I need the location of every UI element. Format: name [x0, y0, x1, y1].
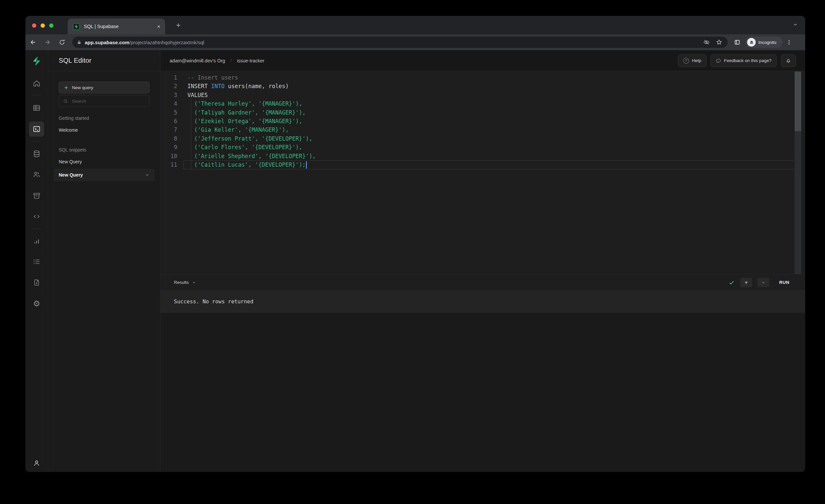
- editor-scrollbar[interactable]: [795, 71, 801, 274]
- main-header: adam@windmill.dev's Org / issue-tracker …: [160, 50, 805, 71]
- results-toolbar: Results ♥ RUN: [160, 274, 805, 291]
- close-window-button[interactable]: [32, 23, 36, 28]
- results-dropdown[interactable]: Results: [174, 280, 196, 285]
- code-line[interactable]: 1-- Insert users: [160, 73, 805, 82]
- page-title: SQL Editor: [59, 57, 91, 64]
- code-line[interactable]: 2INSERT INTO users(name, roles): [160, 82, 805, 90]
- code-line[interactable]: 5 ('Taliyah Gardner', '{MANAGER}'),: [160, 108, 805, 117]
- eye-blocked-icon[interactable]: [703, 39, 710, 46]
- storage-icon[interactable]: [30, 189, 43, 202]
- tab-search-chevron-icon[interactable]: [793, 22, 798, 27]
- supabase-logo-icon[interactable]: [30, 55, 43, 68]
- settings-gear-icon[interactable]: ⚙: [30, 297, 43, 310]
- api-docs-icon[interactable]: [30, 276, 43, 289]
- tab-close-icon[interactable]: ×: [157, 24, 160, 29]
- code-line[interactable]: 3VALUES: [160, 91, 805, 99]
- chevron-down-icon: [192, 281, 196, 285]
- feedback-button[interactable]: Feedback on this page?: [710, 55, 777, 67]
- text-cursor: [306, 161, 307, 169]
- run-button[interactable]: RUN: [779, 280, 790, 285]
- breadcrumb-org[interactable]: adam@windmill.dev's Org: [170, 58, 225, 63]
- incognito-spy-icon: [747, 38, 756, 47]
- sidebar-item-new-query[interactable]: New Query: [59, 159, 149, 164]
- reload-button[interactable]: [57, 37, 68, 48]
- main-panel: adam@windmill.dev's Org / issue-tracker …: [160, 50, 805, 472]
- sql-editor-icon[interactable]: [29, 122, 44, 137]
- plus-icon: [64, 85, 69, 90]
- question-icon: ?: [683, 58, 689, 64]
- success-message: Success. No rows returned: [174, 298, 253, 305]
- supabase-app: ⚙ SQL Editor New query Getting started: [25, 50, 805, 472]
- help-button-label: Help: [692, 58, 701, 63]
- sql-editor-sidebar: SQL Editor New query Getting started Wel…: [48, 50, 160, 472]
- results-message: Success. No rows returned: [160, 291, 805, 312]
- url-text: app.supabase.com/project/azahtnhqohyjerz…: [85, 40, 697, 45]
- browser-window: SQL | Supabase × app.supabase.com/projec…: [25, 16, 805, 472]
- speech-bubble-icon: [716, 58, 721, 63]
- new-query-button[interactable]: New query: [59, 81, 149, 93]
- indent-guide: [191, 99, 192, 169]
- incognito-label: Incognito: [758, 40, 776, 45]
- side-panel-icon[interactable]: [732, 37, 743, 48]
- bookmark-star-icon[interactable]: [716, 39, 722, 46]
- help-button[interactable]: ? Help: [678, 55, 706, 67]
- code-line[interactable]: 11 ('Caitlin Lucas', '{DEVELOPER}');: [160, 160, 805, 169]
- browser-tab[interactable]: SQL | Supabase ×: [68, 18, 165, 34]
- supabase-favicon-icon: [73, 23, 80, 30]
- new-query-button-label: New query: [72, 85, 93, 90]
- scrollbar-thumb[interactable]: [795, 72, 801, 131]
- menu-dots-icon[interactable]: [784, 37, 794, 48]
- search-icon: [63, 99, 68, 103]
- tab-title: SQL | Supabase: [84, 24, 153, 29]
- selected-query-label: New Query: [59, 172, 83, 177]
- section-getting-started: Getting started: [59, 116, 149, 121]
- heart-icon: ♥: [745, 280, 748, 285]
- edge-functions-icon[interactable]: [30, 210, 43, 223]
- chevron-down-icon[interactable]: [145, 172, 149, 177]
- run-options-chevron-button[interactable]: [757, 278, 769, 287]
- forward-button[interactable]: [42, 37, 53, 48]
- favorite-heart-button[interactable]: ♥: [740, 278, 752, 287]
- nav-rail: ⚙: [25, 50, 48, 472]
- database-icon[interactable]: [30, 147, 43, 160]
- code-line[interactable]: 6 ('Ezekiel Ortega', '{MANAGER}'),: [160, 117, 805, 126]
- breadcrumb-project[interactable]: issue-tracker: [237, 58, 264, 63]
- sql-code-editor[interactable]: 1-- Insert users 2INSERT INTO users(name…: [160, 71, 805, 274]
- bell-icon: [785, 58, 791, 64]
- auth-users-icon[interactable]: [30, 168, 43, 181]
- code-line[interactable]: 9 ('Carlo Flores', '{DEVELOPER}'),: [160, 143, 805, 151]
- search-input-wrapper: [59, 95, 149, 107]
- code-line[interactable]: 10 ('Arielle Shepherd', '{DEVELOPER}'),: [160, 152, 805, 160]
- lock-icon: [77, 40, 81, 45]
- results-empty-area: [160, 312, 805, 472]
- section-sql-snippets: SQL snippets: [59, 147, 149, 152]
- notifications-button[interactable]: [781, 55, 796, 67]
- search-input[interactable]: [71, 98, 145, 104]
- valid-check-icon: [728, 279, 735, 286]
- zoom-window-button[interactable]: [49, 23, 54, 28]
- code-line[interactable]: 7 ('Gia Keller', '{MANAGER}'),: [160, 126, 805, 134]
- browser-toolbar: app.supabase.com/project/azahtnhqohyjerz…: [25, 34, 805, 50]
- sidebar-header: SQL Editor: [48, 50, 160, 71]
- feedback-button-label: Feedback on this page?: [724, 58, 771, 63]
- url-bar[interactable]: app.supabase.com/project/azahtnhqohyjerz…: [72, 37, 728, 48]
- incognito-badge[interactable]: Incognito: [745, 37, 782, 48]
- sidebar-item-new-query-selected[interactable]: New Query: [54, 169, 155, 181]
- logs-icon[interactable]: [30, 255, 43, 268]
- home-icon[interactable]: [30, 77, 43, 90]
- reports-icon[interactable]: [30, 235, 43, 248]
- back-button[interactable]: [27, 37, 39, 48]
- traffic-lights: [32, 23, 54, 28]
- tab-strip: SQL | Supabase ×: [25, 16, 805, 34]
- account-profile-icon[interactable]: [30, 456, 43, 470]
- code-line[interactable]: 4 ('Theresa Hurley', '{MANAGER}'),: [160, 99, 805, 108]
- new-tab-button[interactable]: [173, 20, 183, 30]
- minimize-window-button[interactable]: [41, 23, 45, 28]
- sidebar-item-welcome[interactable]: Welcome: [59, 127, 149, 133]
- chevron-down-icon: [761, 281, 765, 285]
- table-editor-icon[interactable]: [30, 101, 43, 115]
- code-line[interactable]: 8 ('Jefferson Pratt', '{DEVELOPER}'),: [160, 134, 805, 143]
- breadcrumb-separator: /: [230, 58, 232, 63]
